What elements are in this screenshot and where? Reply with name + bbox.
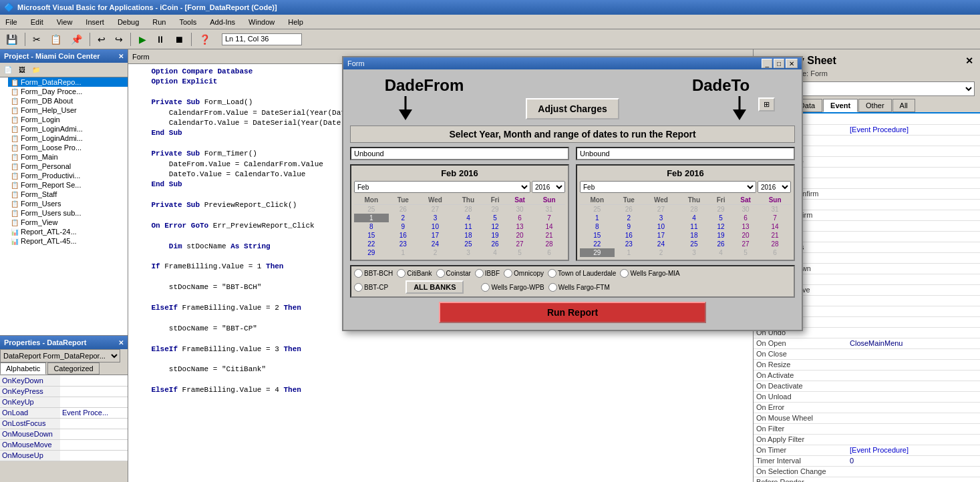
cal-from-month-select[interactable]: Feb [354, 181, 530, 193]
cal-cell[interactable]: 18 [679, 231, 710, 240]
cal-cell-weekend[interactable]: 21 [759, 231, 791, 240]
cal-cell[interactable]: 29 [484, 205, 506, 214]
cal-cell[interactable]: 25 [679, 240, 710, 248]
cal-cell[interactable]: 15 [580, 231, 615, 240]
menu-help[interactable]: Help [285, 17, 306, 27]
cal-cell[interactable]: 10 [418, 222, 452, 231]
prop-value[interactable] [60, 386, 128, 397]
cal-cell[interactable]: 5 [506, 248, 533, 257]
ps-row[interactable]: On Selection Change [754, 466, 980, 477]
project-close-button[interactable]: ✕ [118, 53, 124, 60]
ps-row[interactable]: On Error [754, 402, 980, 413]
cal-cell[interactable]: 27 [418, 205, 452, 214]
cal-cell[interactable]: 4 [453, 214, 484, 222]
tree-item-form-main[interactable]: 📋 Form_Main [8, 152, 128, 162]
ps-prop-value[interactable] [847, 156, 980, 167]
cal-cell[interactable]: 9 [615, 222, 644, 231]
ps-prop-value[interactable] [847, 316, 980, 327]
cal-cell[interactable]: 1 [389, 248, 418, 257]
cal-cell-weekend[interactable]: 14 [759, 222, 791, 231]
cal-cell[interactable]: 2 [643, 248, 678, 257]
cal-cell[interactable]: 30 [732, 205, 759, 214]
cal-cell[interactable]: 17 [418, 231, 452, 240]
tree-item-form-users[interactable]: 📋 Form_Users [8, 199, 128, 208]
save-button[interactable]: 💾 [3, 32, 21, 47]
cal-from-year-select[interactable]: 2016 [532, 181, 565, 193]
cal-cell-weekend[interactable]: 6 [506, 214, 533, 222]
cal-cell[interactable]: 15 [354, 231, 389, 240]
menu-window[interactable]: Window [246, 17, 277, 27]
ps-prop-value[interactable] [847, 295, 980, 306]
cal-cell[interactable]: 5 [732, 248, 759, 257]
view-object-button[interactable]: 🖼 [16, 64, 28, 76]
ps-prop-value[interactable] [847, 274, 980, 284]
radio-wells-fargo-mia[interactable]: Wells Fargo-MIA [620, 269, 679, 278]
ps-prop-value[interactable] [847, 391, 980, 402]
cal-to-month-select[interactable]: Feb [580, 181, 756, 193]
tree-item-form-reportse[interactable]: 📋 Form_Report Se... [8, 180, 128, 190]
ps-prop-value[interactable] [847, 413, 980, 423]
ps-row[interactable]: On OpenCloseMainMenu [754, 338, 980, 348]
ps-row[interactable]: On Deactivate [754, 381, 980, 391]
prop-row-onmousemove[interactable]: OnMouseMove [0, 439, 128, 450]
menu-addins[interactable]: Add-Ins [207, 17, 238, 27]
prop-row-onload[interactable]: OnLoad Event Proce... [0, 407, 128, 418]
stop-button[interactable]: ⏹ [171, 32, 187, 47]
ps-prop-value[interactable] [847, 423, 980, 434]
pause-button[interactable]: ⏸ [152, 32, 168, 47]
form-close-button[interactable]: ✕ [786, 59, 798, 68]
cal-cell[interactable]: 3 [453, 248, 484, 257]
tree-item-form-loosepro[interactable]: 📋 Form_Loose Pro... [8, 143, 128, 152]
ps-prop-value[interactable] [847, 327, 980, 338]
ps-row[interactable]: On Close [754, 348, 980, 359]
cal-cell[interactable]: 4 [679, 214, 710, 222]
cal-cell[interactable]: 3 [643, 214, 678, 222]
ps-prop-value[interactable] [847, 167, 980, 178]
cal-cell[interactable]: 16 [389, 231, 418, 240]
ps-prop-value[interactable]: 0 [847, 455, 980, 466]
cal-cell[interactable]: 8 [580, 222, 615, 231]
radio-bbt-cp[interactable]: BBT-CP [354, 283, 388, 292]
cal-cell[interactable]: 31 [533, 205, 565, 214]
tree-item-form-staff[interactable]: 📋 Form_Staff [8, 190, 128, 199]
cal-cell[interactable]: 26 [389, 205, 418, 214]
cal-to-year-select[interactable]: 2016 [758, 181, 791, 193]
tree-item-form-login[interactable]: 📋 Form_Login [8, 115, 128, 124]
ps-prop-value[interactable] [847, 434, 980, 445]
tree-item-form-userssub[interactable]: 📋 Form_Users sub... [8, 208, 128, 218]
cal-cell[interactable]: 29 [709, 205, 732, 214]
ps-row[interactable]: On Filter [754, 423, 980, 434]
cal-cell[interactable]: 9 [389, 222, 418, 231]
ps-prop-value[interactable] [847, 210, 980, 220]
cal-cell-weekend[interactable]: 27 [732, 240, 759, 248]
form-minimize-button[interactable]: _ [762, 59, 772, 68]
ps-prop-value[interactable] [847, 146, 980, 156]
radio-bbt-bch[interactable]: BBT-BCH [354, 269, 393, 278]
ps-prop-value[interactable] [847, 178, 980, 188]
radio-omnicopy[interactable]: Omnicopy [504, 269, 544, 278]
tree-item-form-productivi[interactable]: 📋 Form_Productivi... [8, 171, 128, 180]
radio-wells-fargo-ftm[interactable]: Wells Fargo-FTM [548, 283, 610, 292]
cal-cell[interactable]: 16 [615, 231, 644, 240]
ps-row[interactable]: On Apply Filter [754, 434, 980, 445]
form-maximize-button[interactable]: □ [774, 59, 784, 68]
view-code-button[interactable]: 📄 [1, 64, 15, 76]
cal-cell[interactable]: 12 [484, 222, 506, 231]
cal-cell-weekend[interactable]: 13 [732, 222, 759, 231]
paste-button[interactable]: 📌 [67, 32, 86, 47]
cal-cell[interactable]: 27 [643, 205, 678, 214]
prop-value[interactable] [60, 397, 128, 407]
prop-value[interactable] [60, 418, 128, 429]
menu-edit[interactable]: Edit [28, 17, 46, 27]
cal-cell-weekend[interactable]: 21 [533, 231, 565, 240]
tab-other[interactable]: Other [858, 99, 892, 112]
cal-cell[interactable]: 19 [709, 231, 732, 240]
properties-object-dropdown[interactable]: DataReport Form_DataRepor... [0, 349, 120, 363]
cal-cell[interactable]: 17 [643, 231, 678, 240]
cal-cell-weekend[interactable]: 27 [506, 240, 533, 248]
cal-cell-weekend[interactable]: 13 [506, 222, 533, 231]
undo-button[interactable]: ↩ [94, 32, 109, 47]
cal-cell[interactable]: 28 [453, 205, 484, 214]
prop-value[interactable] [60, 429, 128, 439]
cal-cell-weekend[interactable]: 20 [506, 231, 533, 240]
